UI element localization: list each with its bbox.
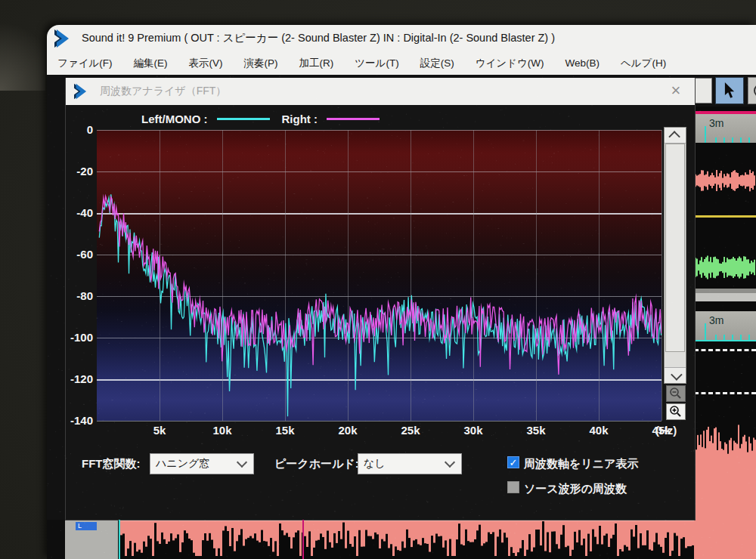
circle-tool-icon — [751, 82, 756, 100]
close-icon[interactable]: × — [666, 81, 686, 100]
marker-line — [302, 520, 304, 559]
fft-trace-canvas — [97, 130, 662, 421]
zoom-out-button[interactable] — [666, 385, 686, 402]
chevron-down-icon — [671, 369, 683, 381]
peak-hold-value: なし — [358, 457, 446, 471]
y-tick-label: -60 — [66, 248, 93, 261]
chevron-up-icon — [668, 131, 680, 143]
selection-dashed-line — [694, 392, 756, 394]
selection-dashed-line — [694, 349, 756, 351]
x-tick-label: 15k — [268, 424, 302, 437]
waveform-pink-dense-bottom[interactable] — [120, 520, 694, 559]
pointer-arrow-icon — [723, 82, 736, 99]
legend-label-0: Left/MONO : — [141, 113, 208, 125]
bottom-wave-editor-strip: L — [47, 520, 694, 559]
source-freq-checkbox[interactable] — [507, 481, 519, 493]
legend-swatch-0 — [217, 118, 270, 120]
peak-hold-select[interactable]: なし — [358, 453, 462, 474]
ruler-major-tick — [705, 126, 706, 143]
linear-axis-label: 周波数軸をリニア表示 — [524, 457, 638, 471]
magnifier-minus-icon — [669, 387, 683, 400]
time-ruler-2[interactable]: 3m — [694, 311, 756, 341]
waveform-green-right-channel[interactable] — [694, 218, 756, 289]
ruler-major-tick — [705, 323, 706, 340]
x-tick-label: 20k — [331, 424, 364, 437]
ruler-minor-tick — [715, 137, 717, 143]
scroll-up-button[interactable] — [665, 128, 686, 144]
ruler-minor-tick — [748, 137, 750, 143]
toolbar-button-partial[interactable] — [694, 78, 712, 103]
menu-item-2[interactable]: 表示(V) — [178, 52, 234, 75]
vertical-scrollbar[interactable] — [664, 127, 686, 384]
monitor-bezel-sheen — [0, 0, 45, 91]
magnifier-plus-icon — [669, 405, 683, 418]
channel-info-panel: L — [65, 520, 118, 559]
y-tick-label: -120 — [66, 372, 93, 385]
x-tick-label: 40k — [582, 424, 615, 437]
time-ruler-1[interactable]: 3m — [694, 114, 756, 144]
scroll-down-button[interactable] — [665, 367, 686, 383]
ruler-minor-tick — [715, 335, 717, 340]
y-tick-label: -20 — [66, 165, 93, 178]
menubar: ファイル(F)編集(E)表示(V)演奏(P)加工(R)ツール(T)設定(S)ウイ… — [47, 51, 756, 76]
y-tick-label: -80 — [66, 289, 93, 302]
waveform-pink-left-channel[interactable] — [694, 143, 756, 215]
menu-item-1[interactable]: 編集(E) — [123, 52, 178, 75]
x-tick-label: 25k — [394, 424, 427, 437]
x-tick-label: 35k — [519, 424, 553, 437]
toolbar-circle-tool-button[interactable] — [748, 77, 756, 104]
legend-label-1: Right : — [282, 113, 318, 125]
ruler-minor-tick — [732, 137, 733, 143]
zoom-in-button[interactable] — [666, 403, 686, 420]
linear-axis-checkbox[interactable]: ✓ — [507, 456, 519, 468]
ruler-minor-tick — [723, 137, 725, 143]
menu-item-0[interactable]: ファイル(F) — [47, 52, 123, 75]
legend-swatch-1 — [327, 118, 380, 120]
x-axis-unit-label: (Hz) — [655, 424, 692, 437]
menu-item-9[interactable]: ヘルプ(H) — [610, 52, 677, 75]
gridline-h — [97, 421, 662, 422]
source-freq-label: ソース波形の周波数 — [524, 482, 627, 496]
menu-item-6[interactable]: 設定(S) — [410, 52, 465, 75]
ruler-minor-tick — [740, 335, 742, 340]
chevron-down-icon — [237, 457, 247, 468]
left-channel-badge: L — [76, 522, 97, 530]
chevron-down-icon — [445, 457, 455, 468]
ruler-minor-tick — [732, 335, 733, 340]
x-tick-label: 10k — [206, 424, 239, 437]
photo-of-monitor: { "window": { "title": "Sound it! 9 Prem… — [0, 0, 756, 559]
gridline-v — [662, 130, 662, 421]
ruler-minor-tick — [748, 335, 750, 340]
ruler-minor-tick — [723, 335, 725, 340]
x-tick-label: 5k — [143, 424, 176, 437]
menu-item-8[interactable]: Web(B) — [554, 52, 610, 75]
y-tick-label: -140 — [66, 414, 93, 427]
waveform-pink-dense[interactable] — [694, 414, 756, 559]
fft-plot-area — [97, 130, 662, 421]
window-title: Sound it! 9 Premium ( OUT : スピーカー (2- So… — [82, 31, 555, 45]
menu-item-5[interactable]: ツール(T) — [344, 52, 409, 75]
x-tick-label: 30k — [457, 424, 490, 437]
app-logo-icon — [53, 29, 76, 48]
ruler-minor-tick — [740, 137, 742, 143]
dialog-titlebar[interactable]: 周波数アナライザ（FFT） × — [66, 78, 695, 105]
dialog-logo-icon — [73, 83, 92, 100]
fft-analyzer-dialog: 周波数アナライザ（FFT） × Left/MONO :Right : 0-20-… — [65, 78, 696, 520]
app-titlebar[interactable]: Sound it! 9 Premium ( OUT : スピーカー (2- So… — [47, 25, 756, 51]
background-wave-editor-column: 3m 3m — [694, 107, 756, 559]
dialog-title: 周波数アナライザ（FFT） — [100, 85, 226, 98]
horizontal-scrollbar[interactable] — [694, 289, 756, 301]
monitor-screen: Sound it! 9 Premium ( OUT : スピーカー (2- So… — [47, 25, 756, 559]
fft-window-select[interactable]: ハニング窓 — [150, 453, 254, 474]
menu-item-4[interactable]: 加工(R) — [289, 52, 345, 75]
menu-item-7[interactable]: ウインドウ(W) — [465, 52, 555, 75]
time-ruler-label: 3m — [709, 314, 723, 326]
y-tick-label: -40 — [66, 206, 93, 219]
peak-hold-label: ピークホールド: — [274, 457, 359, 471]
pointer-tool-button[interactable] — [715, 77, 744, 104]
playback-cursor-line — [119, 520, 120, 559]
scrollbar-thumb[interactable] — [665, 144, 685, 352]
time-ruler-label: 3m — [709, 117, 723, 129]
menu-item-3[interactable]: 演奏(P) — [234, 52, 289, 75]
y-tick-label: -100 — [66, 331, 93, 344]
